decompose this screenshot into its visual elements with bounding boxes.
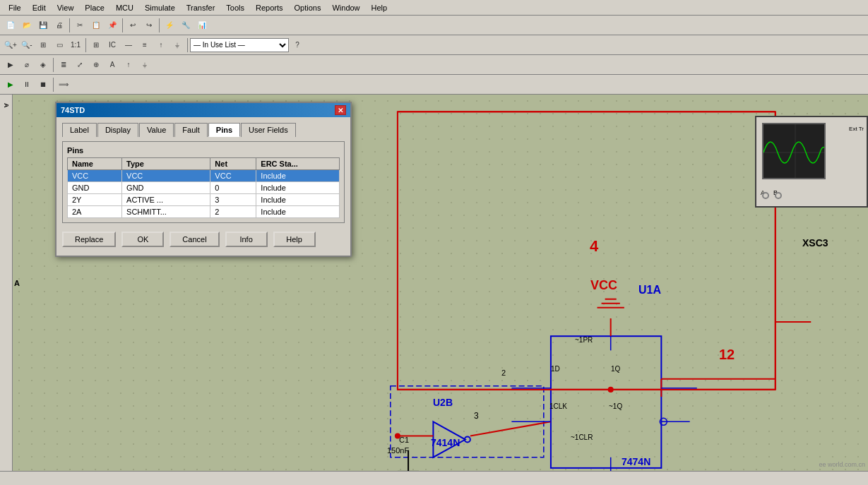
sep7 bbox=[53, 78, 54, 92]
left-sidebar: A bbox=[0, 95, 13, 471]
menu-help[interactable]: Help bbox=[366, 2, 393, 13]
design-btn1[interactable]: ▶ bbox=[3, 57, 18, 73]
sim-stop[interactable]: ⏹ bbox=[35, 77, 51, 92]
dialog-close-btn[interactable]: ✕ bbox=[335, 105, 346, 115]
save-btn[interactable]: 💾 bbox=[35, 18, 51, 33]
ext-tr-label: Ext Tr bbox=[849, 126, 864, 132]
menu-transfer[interactable]: Transfer bbox=[181, 2, 221, 13]
1clr-label: ~1CLR bbox=[571, 433, 593, 441]
sim-pause[interactable]: ⏸ bbox=[19, 77, 35, 92]
7414n-label: 7414N bbox=[431, 437, 460, 448]
dialog-tabs: Label Display Value Fault Pins User Fiel… bbox=[62, 123, 345, 137]
paste-btn[interactable]: 📌 bbox=[105, 18, 120, 33]
sep4 bbox=[85, 38, 86, 52]
in-use-list[interactable]: — In Use List — bbox=[190, 38, 289, 52]
toolbar-zoom: 🔍+ 🔍- ⊞ ▭ 1:1 ⊞ IC ― ≡ ↑ ⏚ — In Use List… bbox=[0, 35, 868, 55]
1q-label: 1Q bbox=[611, 365, 620, 373]
zoom-area-btn[interactable]: ▭ bbox=[52, 37, 67, 53]
watermark-text: ee world.com.cn bbox=[819, 461, 865, 468]
label-2: 2 bbox=[501, 369, 506, 377]
replace-btn[interactable]: Replace bbox=[62, 232, 116, 247]
menu-view[interactable]: View bbox=[52, 2, 80, 13]
table-row-2y[interactable]: 2Y ACTIVE ... 3 Include bbox=[68, 194, 340, 206]
watermark: ee world.com.cn bbox=[819, 461, 865, 468]
sim-run[interactable]: ▶ bbox=[3, 77, 18, 92]
tab-fault[interactable]: Fault bbox=[174, 123, 207, 137]
help-btn[interactable]: ? bbox=[290, 37, 305, 53]
sidebar-label-a: A bbox=[3, 97, 10, 108]
dialog-titlebar[interactable]: 74STD ✕ bbox=[57, 103, 350, 117]
toolbar-main: 📄 📂 💾 🖨 ✂ 📋 📌 ↩ ↪ ⚡ 🔧 📊 bbox=[0, 16, 868, 35]
undo-btn[interactable]: ↩ bbox=[125, 18, 141, 33]
cut-btn[interactable]: ✂ bbox=[72, 18, 88, 33]
cell-erc-2a: Include bbox=[256, 206, 340, 218]
menu-reports[interactable]: Reports bbox=[250, 2, 289, 13]
conn-a[interactable] bbox=[762, 192, 769, 199]
btn-a[interactable]: ⚡ bbox=[162, 18, 177, 33]
cell-name-2y: 2Y bbox=[68, 194, 122, 206]
xsc3-instrument[interactable]: Ext Tr A B bbox=[755, 116, 868, 208]
menu-edit[interactable]: Edit bbox=[27, 2, 52, 13]
table-row-gnd[interactable]: GND GND 0 Include bbox=[68, 182, 340, 194]
cell-erc-gnd: Include bbox=[256, 182, 340, 194]
tab-label[interactable]: Label bbox=[62, 123, 97, 137]
menu-place[interactable]: Place bbox=[79, 2, 110, 13]
btn-c[interactable]: 📊 bbox=[194, 18, 210, 33]
zoom-out-btn[interactable]: 🔍- bbox=[19, 37, 35, 53]
cell-name-gnd: GND bbox=[68, 182, 122, 194]
cancel-btn[interactable]: Cancel bbox=[170, 232, 219, 247]
menu-tools[interactable]: Tools bbox=[220, 2, 250, 13]
vcc-label-top: VCC bbox=[590, 278, 617, 293]
gnd-place-btn[interactable]: ⏚ bbox=[137, 57, 153, 73]
new-btn[interactable]: 📄 bbox=[3, 18, 18, 33]
zoom-100-btn[interactable]: 1:1 bbox=[68, 37, 83, 53]
zoom-fit-btn[interactable]: ⊞ bbox=[35, 37, 51, 53]
help-dialog-btn[interactable]: Help bbox=[273, 232, 316, 247]
dialog-74std[interactable]: 74STD ✕ Label Display Value Fault Pins U… bbox=[55, 102, 352, 257]
tab-user-fields[interactable]: User Fields bbox=[241, 123, 296, 137]
menu-window[interactable]: Window bbox=[326, 2, 365, 13]
cell-type-2a: SCHMITT... bbox=[122, 206, 210, 218]
cell-name-vcc: VCC bbox=[68, 170, 122, 182]
info-btn[interactable]: Info bbox=[225, 232, 268, 247]
label-btn[interactable]: A bbox=[105, 57, 120, 73]
grid-btn[interactable]: ⊞ bbox=[88, 37, 104, 53]
ok-btn[interactable]: OK bbox=[121, 232, 164, 247]
design-btn3[interactable]: ◈ bbox=[35, 57, 51, 73]
power-btn[interactable]: ↑ bbox=[153, 37, 169, 53]
tab-pins[interactable]: Pins bbox=[208, 123, 240, 137]
open-btn[interactable]: 📂 bbox=[19, 18, 35, 33]
pins-group: Pins Name Type Net ERC Sta... bbox=[62, 141, 345, 223]
schematic-canvas[interactable]: VCC 4 12 5 VCC 0 0 U1A U2B 7414N 7474N C… bbox=[13, 95, 868, 471]
bus-btn[interactable]: ≡ bbox=[137, 37, 153, 53]
design-btn2[interactable]: ⌀ bbox=[19, 57, 35, 73]
zoom-in-btn[interactable]: 🔍+ bbox=[3, 37, 18, 53]
power-place-btn[interactable]: ↑ bbox=[121, 57, 136, 73]
gnd-btn[interactable]: ⏚ bbox=[170, 37, 185, 53]
redo-btn[interactable]: ↪ bbox=[141, 18, 157, 33]
tab-value[interactable]: Value bbox=[139, 123, 174, 137]
toolbar-design: ▶ ⌀ ◈ ≣ ⤢ ⊕ A ↑ ⏚ bbox=[0, 55, 868, 75]
print-btn[interactable]: 🖨 bbox=[52, 18, 67, 33]
menu-options[interactable]: Options bbox=[289, 2, 327, 13]
component-btn[interactable]: ≣ bbox=[56, 57, 71, 73]
statusbar bbox=[0, 471, 868, 485]
sim-step[interactable]: ⟹ bbox=[56, 77, 71, 92]
copy-btn[interactable]: 📋 bbox=[88, 18, 104, 33]
menu-file[interactable]: File bbox=[3, 2, 27, 13]
junction-btn[interactable]: ⊕ bbox=[88, 57, 104, 73]
menu-simulate[interactable]: Simulate bbox=[139, 2, 181, 13]
wire-place-btn[interactable]: ⤢ bbox=[72, 57, 88, 73]
conn-b[interactable] bbox=[775, 192, 782, 199]
table-row-vcc[interactable]: VCC VCC VCC Include bbox=[68, 170, 340, 182]
btn-b[interactable]: 🔧 bbox=[178, 18, 194, 33]
wire-btn[interactable]: ― bbox=[121, 37, 136, 53]
col-name: Name bbox=[68, 158, 122, 170]
table-row-2a[interactable]: 2A SCHMITT... 2 Include bbox=[68, 206, 340, 218]
tab-display[interactable]: Display bbox=[97, 123, 138, 137]
cell-net-gnd: 0 bbox=[210, 182, 256, 194]
xsc3-screen bbox=[762, 123, 826, 179]
comp-btn[interactable]: IC bbox=[105, 37, 120, 53]
menu-mcu[interactable]: MCU bbox=[110, 2, 139, 13]
7474n-label: 7474N bbox=[622, 456, 650, 467]
